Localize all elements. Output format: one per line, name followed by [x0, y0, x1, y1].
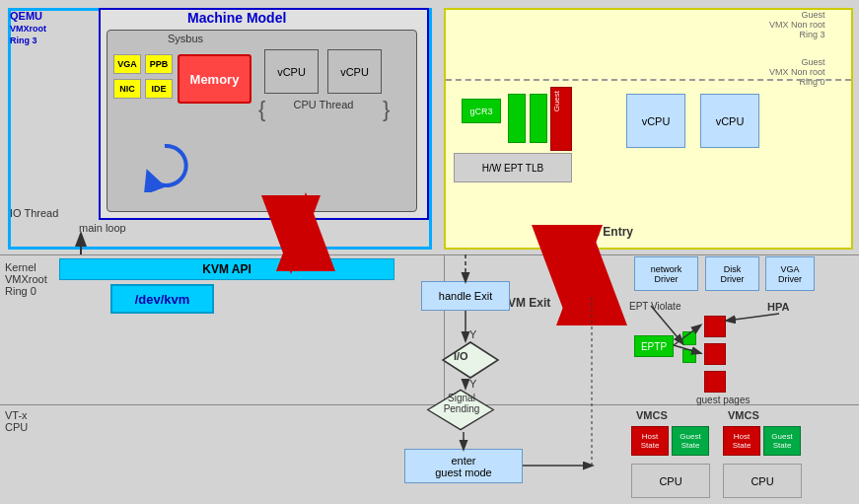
qemu-label: QEMU VMXrootRing 3: [10, 10, 46, 45]
io-label: I/O: [454, 350, 468, 362]
vtx-label: VT-xCPU: [5, 409, 28, 433]
ide-component: IDE: [145, 79, 173, 99]
kernel-divider: [0, 254, 859, 255]
vm-entry-label: VM Entry: [582, 225, 633, 239]
enter-guest-mode-component: enterguest mode: [404, 449, 523, 483]
vcpu1-component: vCPU: [264, 49, 319, 94]
kernel-label: KernelVMXrootRing 0: [5, 261, 47, 297]
memory-component: Memory: [178, 54, 251, 104]
svg-line-18: [727, 314, 779, 321]
guest-green-box2: [530, 94, 547, 143]
network-driver-component: networkDriver: [634, 256, 698, 291]
guest-vertical-divider: [444, 254, 445, 404]
host-state-box2: HostState: [723, 426, 760, 456]
machine-model-title: Machine Model: [187, 10, 286, 26]
ept-violate-label: EPT Violate: [629, 301, 680, 312]
ept-green-box1: [682, 331, 696, 345]
cpu-box1: CPU: [631, 464, 710, 498]
vmcs1-label: VMCS: [636, 409, 668, 421]
host-state-box1: HostState: [631, 426, 669, 456]
cpu-box2: CPU: [723, 464, 802, 498]
hw-ept-tlb-component: H/W EPT TLB: [454, 153, 572, 182]
guest-ring3-label: GuestVMX Non rootRing 3: [769, 10, 825, 39]
svg-text:Y: Y: [469, 328, 477, 340]
io-diamond-shape: [441, 340, 500, 380]
vmcs2-label: VMCS: [728, 409, 759, 421]
handle-exit-component: handle Exit: [421, 281, 510, 311]
hpa-red-box2: [704, 343, 726, 365]
guest-ring0-label: GuestVMX Non rootRing 0: [769, 57, 825, 87]
cpu-thread-label: CPU Thread: [264, 99, 383, 110]
vga-component: VGA: [113, 54, 141, 74]
hpa-label: HPA: [767, 301, 789, 313]
kvm-api-bar: KVM API: [59, 258, 394, 280]
disk-driver-component: DiskDriver: [705, 256, 759, 291]
hpa-red-box3: [704, 371, 726, 393]
sysbus-label: Sysbus: [168, 33, 203, 44]
io-thread-label: IO Thread: [10, 207, 58, 219]
guest-vcpu2-component: vCPU: [700, 94, 759, 148]
ept-green-box2: [682, 349, 696, 363]
guest-dashed-divider: [446, 79, 851, 81]
curly-brace-right: }: [383, 97, 390, 122]
vcpu2-component: vCPU: [327, 49, 382, 94]
eptp-component: EPTP: [634, 335, 674, 357]
ppb-component: PPB: [145, 54, 173, 74]
circular-arrow-icon: [138, 138, 192, 192]
nic-component: NIC: [113, 79, 141, 99]
signal-pending-label: SignalPending: [422, 393, 501, 414]
main-loop-label: main loop: [79, 222, 126, 234]
dev-kvm-box: /dev/kvm: [110, 284, 214, 314]
guest-state-box2: GuestState: [763, 426, 801, 456]
guest-state-box1: GuestState: [672, 426, 709, 456]
guest-vertical-label: Guest: [552, 91, 561, 111]
guest-green-box1: [508, 94, 526, 143]
gcr3-component: gCR3: [462, 99, 501, 123]
hpa-red-box1: [704, 316, 726, 337]
guest-pages-label: guest pages: [696, 395, 751, 405]
svg-marker-0: [443, 342, 498, 378]
diagram-container: QEMU VMXrootRing 3 EmulatedPlatform Mach…: [0, 0, 859, 504]
vga-driver-component: VGADriver: [765, 256, 815, 291]
guest-vcpu1-component: vCPU: [626, 94, 685, 148]
vm-exit-label: VM Exit: [508, 296, 550, 310]
